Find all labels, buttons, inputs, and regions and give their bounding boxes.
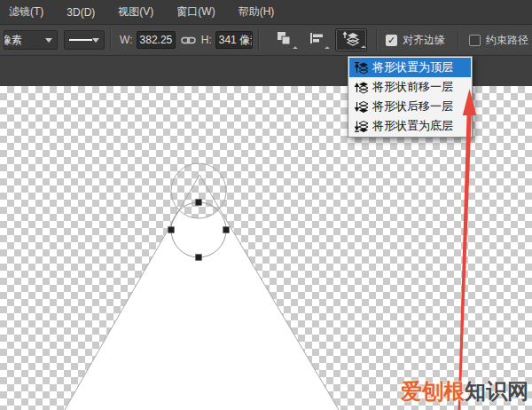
- send-to-back-icon: [354, 120, 369, 133]
- menu-bar: 滤镜(T) 3D(D) 视图(V) 窗口(W) 帮助(H): [0, 0, 532, 24]
- menu-item-bring-shape-forward[interactable]: 将形状前移一层: [349, 77, 471, 97]
- bring-forward-icon: [354, 81, 369, 94]
- white-triangle-shape[interactable]: [62, 175, 341, 410]
- watermark-highlight-text: 爱刨根: [401, 379, 465, 403]
- separator: [376, 29, 377, 51]
- chevron-down-icon: [361, 45, 366, 51]
- bring-to-front-icon: [354, 61, 369, 75]
- path-arrangement-button[interactable]: [335, 28, 367, 51]
- send-backward-icon: [354, 100, 369, 114]
- watermark-rest-text: 知识网: [465, 379, 528, 403]
- menu-window[interactable]: 窗口(W): [176, 4, 227, 20]
- width-value: 382.25 像素: [140, 34, 176, 46]
- tool-mode-select[interactable]: 像素: [4, 30, 58, 50]
- site-watermark: 爱刨根知识网: [401, 377, 528, 406]
- anchor-handle-right[interactable]: [223, 227, 230, 233]
- path-arrangement-icon: [341, 30, 361, 50]
- checkbox-checked-icon[interactable]: ✓: [386, 35, 397, 46]
- shape-arrange-dropdown-menu: 将形状置为顶层 将形状前移一层 将形状后移一层 将形状置为底层: [348, 56, 473, 138]
- menu-3d[interactable]: 3D(D): [66, 6, 107, 19]
- anchor-handle-left[interactable]: [168, 227, 175, 233]
- tool-mode-value: 像素: [6, 33, 22, 48]
- width-label: W:: [120, 34, 132, 46]
- menu-filter[interactable]: 滤镜(T): [9, 4, 56, 20]
- width-input[interactable]: 382.25 像素: [137, 31, 176, 49]
- menu-help[interactable]: 帮助(H): [239, 4, 287, 20]
- constrain-path-option[interactable]: 约束路径: [469, 33, 528, 48]
- chevron-down-icon: [92, 38, 99, 43]
- separator: [110, 29, 111, 51]
- menu-view[interactable]: 视图(V): [118, 4, 166, 20]
- stroke-preview-line: [69, 39, 92, 41]
- path-operations-icon: [275, 30, 293, 50]
- anchor-handle-bottom[interactable]: [196, 255, 202, 261]
- checkbox-unchecked-icon[interactable]: [469, 35, 481, 46]
- align-edges-option[interactable]: ✓ 对齐边缘: [386, 33, 445, 48]
- path-operations-button[interactable]: [270, 28, 298, 51]
- path-alignment-icon: [309, 31, 325, 49]
- menu-item-label: 将形状前移一层: [372, 79, 453, 95]
- menu-item-send-shape-backward[interactable]: 将形状后移一层: [349, 97, 471, 116]
- constrain-path-label: 约束路径: [486, 33, 528, 48]
- link-dimensions-icon[interactable]: [181, 35, 196, 45]
- path-alignment-button[interactable]: [303, 28, 330, 51]
- menu-item-label: 将形状后移一层: [372, 99, 453, 114]
- stroke-style-select[interactable]: [64, 30, 105, 50]
- menu-item-bring-shape-to-front[interactable]: 将形状置为顶层: [349, 58, 471, 77]
- chevron-down-icon: [325, 46, 330, 51]
- menu-item-send-shape-to-back[interactable]: 将形状置为底层: [349, 116, 471, 136]
- align-edges-label: 对齐边缘: [403, 33, 445, 48]
- menu-item-label: 将形状置为顶层: [372, 59, 453, 75]
- chevron-down-icon: [45, 38, 52, 43]
- height-label: H:: [201, 34, 212, 46]
- anchor-handle-top[interactable]: [196, 200, 202, 206]
- menu-item-label: 将形状置为底层: [372, 118, 453, 134]
- separator: [258, 29, 259, 51]
- tool-options-bar: 像素 W: 382.25 像素 H: 341 像素: [0, 24, 532, 55]
- height-input[interactable]: 341 像素: [215, 31, 253, 49]
- separator: [458, 29, 458, 51]
- chevron-down-icon: [293, 46, 298, 51]
- height-value: 341 像素: [219, 34, 253, 46]
